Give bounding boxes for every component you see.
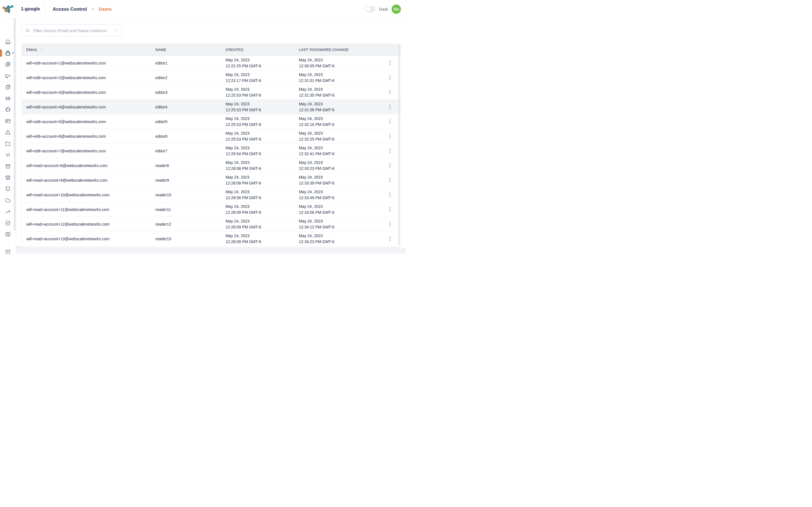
book-open-icon [5,249,11,253]
copy-list-icon [5,61,11,67]
email-cell: will+read+account+10@webscalenetworks.co… [22,193,155,197]
name-cell: reader10 [155,193,225,197]
sidebar-item-globe[interactable] [0,104,16,115]
name-cell: reader11 [155,207,225,212]
cloud-icon [5,197,11,203]
email-cell: will+read+account+8@webscalenetworks.com [22,163,155,168]
table-header-row: EMAILNAMECREATEDLAST PASSWORD CHANGE [22,44,401,56]
row-actions-kebab-icon[interactable] [387,206,393,214]
last-password-change-cell: May 24, 202312:32:25 PM GMT-6 [299,130,379,142]
row-actions-kebab-icon[interactable] [387,235,393,243]
table-scrollbar[interactable] [398,45,400,245]
app-logo[interactable] [0,0,16,18]
last-password-change-cell: May 24, 202312:34:12 PM GMT-6 [299,218,379,230]
sidebar-item-archive-download[interactable] [0,172,16,183]
table-row[interactable]: will+read+account+8@webscalenetworks.com… [22,158,401,173]
row-actions-kebab-icon[interactable] [387,59,393,67]
sidebar-item-clipboard-check[interactable] [0,81,16,93]
column-header-name[interactable]: NAME [155,48,225,52]
last-password-change-cell: May 24, 202312:30:05 PM GMT-6 [299,57,379,69]
breadcrumb-section[interactable]: Access Control [53,6,87,12]
name-cell: editor6 [155,134,225,138]
lock-icon [4,50,11,56]
sidebar-item-credit-card[interactable] [0,115,16,127]
column-header-email[interactable]: EMAIL [22,48,155,52]
sidebar-item-bell-ring[interactable] [0,183,16,194]
sidebar-item-cloud[interactable] [0,194,16,206]
table-row[interactable]: will+read+account+13@webscalenetworks.co… [22,231,401,246]
row-actions-kebab-icon[interactable] [387,162,393,170]
table-row[interactable]: will+edit+account+2@webscalenetworks.com… [22,70,401,85]
created-cell: May 24, 202312:28:09 PM GMT-6 [225,233,299,245]
search-input[interactable] [33,28,112,33]
sidebar-item-home[interactable] [0,36,16,47]
email-cell: will+read+account+11@webscalenetworks.co… [22,207,155,212]
sidebar-item-archive-minus[interactable] [0,161,16,172]
content-bottom-gutter [16,247,406,253]
search-filter-box: ✕ [22,24,122,36]
last-password-change-cell: May 24, 202312:32:41 PM GMT-6 [299,145,379,157]
clear-search-icon[interactable]: ✕ [114,29,118,33]
row-actions-kebab-icon[interactable] [387,118,393,126]
column-header-created[interactable]: CREATED [225,48,299,52]
row-actions-kebab-icon[interactable] [387,103,393,111]
last-password-change-cell: May 24, 202312:31:35 PM GMT-6 [299,87,379,98]
sidebar-nav [0,18,16,253]
created-cell: May 24, 202312:25:53 PM GMT-6 [225,130,299,142]
top-bar-actions: Dark SU [365,4,401,14]
sidebar-item-check-circle[interactable] [0,217,16,229]
row-actions-kebab-icon[interactable] [387,147,393,155]
name-cell: reader8 [155,163,225,168]
sidebar-item-book-open[interactable] [0,246,16,253]
column-header-lpc[interactable]: LAST PASSWORD CHANGE [299,48,379,52]
table-row[interactable]: will+edit+account+1@webscalenetworks.com… [22,56,401,70]
sidebar-item-copy-list[interactable] [0,59,16,70]
created-cell: May 24, 202312:23:17 PM GMT-6 [225,72,299,83]
name-cell: editor3 [155,90,225,95]
created-cell: May 24, 202312:25:53 PM GMT-6 [225,101,299,113]
table-row[interactable]: will+edit+account+5@webscalenetworks.com… [22,114,401,129]
email-cell: will+read+account+12@webscalenetworks.co… [22,222,155,226]
created-cell: May 24, 202312:28:08 PM GMT-6 [225,189,299,201]
org-selector[interactable]: 1-google [16,0,45,18]
credit-card-icon [5,118,11,124]
column-label: EMAIL [26,48,38,52]
table-row[interactable]: will+edit+account+4@webscalenetworks.com… [22,100,401,114]
last-password-change-cell: May 24, 202312:32:10 PM GMT-6 [299,116,379,128]
row-actions-kebab-icon[interactable] [387,89,393,96]
archive-minus-icon [5,163,11,170]
email-cell: will+edit+account+4@webscalenetworks.com [22,105,155,109]
table-row[interactable]: will+edit+account+3@webscalenetworks.com… [22,85,401,100]
row-actions-kebab-icon[interactable] [387,74,393,82]
table-row[interactable]: will+read+account+9@webscalenetworks.com… [22,173,401,187]
globe-icon [5,107,11,113]
sidebar-item-trending-up[interactable] [0,206,16,217]
sidebar-item-folder[interactable] [0,138,16,149]
table-row[interactable]: will+edit+account+7@webscalenetworks.com… [22,144,401,158]
column-label: LAST PASSWORD CHANGE [299,48,349,52]
table-row[interactable]: will+edit+account+6@webscalenetworks.com… [22,129,401,144]
table-row[interactable]: will+read+account+10@webscalenetworks.co… [22,187,401,202]
sidebar-item-warning-triangle[interactable] [0,127,16,138]
breadcrumb: Access Control Users [53,6,112,12]
sidebar-item-code[interactable] [0,149,16,161]
email-cell: will+edit+account+5@webscalenetworks.com [22,119,155,124]
active-nav-indicator [0,49,2,57]
megaphone-icon [5,73,11,79]
sidebar-submenu-chevron-icon[interactable] [11,51,15,55]
row-actions-kebab-icon[interactable] [387,132,393,140]
server-stack-icon [5,95,11,101]
user-avatar[interactable]: SU [392,4,401,14]
row-actions-kebab-icon[interactable] [387,191,393,199]
row-actions-kebab-icon[interactable] [387,220,393,228]
table-row[interactable]: May 24, 2023May 24, 2023 [22,246,401,247]
table-row[interactable]: will+read+account+12@webscalenetworks.co… [22,217,401,231]
row-actions-kebab-icon[interactable] [387,176,393,184]
sidebar-item-megaphone[interactable] [0,70,16,81]
table-row[interactable]: will+read+account+11@webscalenetworks.co… [22,202,401,217]
column-label: CREATED [225,48,244,52]
sidebar-item-map[interactable] [0,229,16,240]
column-label: NAME [155,48,166,52]
dark-mode-toggle[interactable] [365,6,375,12]
sidebar-item-server-stack[interactable] [0,93,16,104]
